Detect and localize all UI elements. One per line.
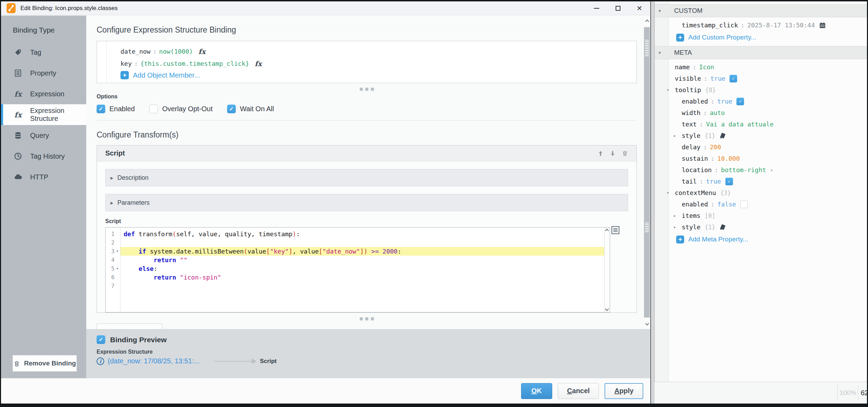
sidebar-item-expression-structure[interactable]: fxExpression Structure	[1, 104, 86, 125]
property-row-tail[interactable]: tail:true✓	[655, 176, 867, 187]
visible-checkbox[interactable]: ✓	[730, 75, 737, 82]
collapse-arrow-icon[interactable]: ▸	[673, 224, 676, 230]
property-row-timestamp-click[interactable]: timestamp_click:2025-8-17 13:50:44	[655, 19, 867, 31]
enabled-option[interactable]: ✓Enabled	[97, 105, 135, 113]
fx-icon[interactable]: fx	[198, 47, 206, 56]
minimize-button[interactable]	[586, 1, 607, 15]
expand-arrow-icon[interactable]: ▾	[666, 190, 669, 195]
property-value[interactable]: bottom-right	[721, 166, 766, 174]
enabled-checkbox[interactable]: ✓	[97, 105, 105, 113]
code-line-5[interactable]: 5▾ else:	[106, 264, 610, 273]
sidebar-item-expression[interactable]: fxExpression	[1, 83, 86, 104]
cancel-button[interactable]: Cancel	[558, 383, 599, 399]
move-down-icon[interactable]	[610, 150, 616, 157]
member-expression-value[interactable]: {this.custom.timestamp_click}	[140, 60, 249, 67]
property-value[interactable]: Icon	[699, 63, 714, 71]
code-line-3[interactable]: 3▾ if system.date.millisBetween(value["k…	[106, 247, 610, 256]
dropdown-arrow-icon[interactable]: ▾	[770, 167, 773, 173]
sidebar-item-tag-history[interactable]: Tag History	[1, 146, 86, 167]
code-line-6[interactable]: 6 return "icon-spin"	[106, 273, 610, 282]
wait-on-all-checkbox[interactable]: ✓	[227, 105, 236, 113]
add-meta-property-link[interactable]: + Add Meta Property...	[655, 233, 867, 246]
description-section[interactable]: ▸ Description	[105, 169, 628, 186]
code-line-4[interactable]: 4 return ""	[106, 256, 610, 264]
remove-binding-button[interactable]: Remove Binding	[12, 355, 77, 372]
property-row-style[interactable]: ▸style{1}	[655, 130, 867, 141]
property-value[interactable]: 200	[710, 143, 721, 151]
enabled-checkbox[interactable]	[740, 201, 748, 208]
collapse-arrow-icon[interactable]: ▸	[673, 213, 676, 218]
delete-transform-icon[interactable]	[622, 150, 628, 157]
overlay-opt-out-option[interactable]: Overlay Opt-Out	[149, 105, 213, 113]
expression-member-row[interactable]: key:{this.custom.timestamp_click}fx	[120, 57, 262, 70]
overlay-opt-out-checkbox[interactable]	[149, 105, 158, 113]
scrollbar-grip[interactable]	[645, 223, 649, 233]
property-row-contextmenu[interactable]: ▾contextMenu{3}	[655, 187, 867, 198]
property-row-enabled[interactable]: enabled:false	[655, 198, 867, 210]
property-row-enabled[interactable]: enabled:true✓	[655, 96, 867, 107]
property-row-delay[interactable]: delay:200	[655, 141, 867, 153]
style-swatch-icon[interactable]	[719, 132, 726, 139]
editor-scrollbar[interactable]	[604, 228, 610, 312]
resize-grip[interactable]	[97, 317, 637, 320]
fold-arrow-icon[interactable]: ▾	[115, 264, 120, 273]
info-icon[interactable]: i	[97, 357, 104, 365]
sidebar-item-property[interactable]: Property	[1, 63, 86, 83]
sidebar-item-query[interactable]: Query	[1, 125, 86, 146]
enabled-checkbox[interactable]: ✓	[736, 98, 744, 105]
expression-member-row[interactable]: date_now:now(1000)fx	[120, 45, 262, 57]
ok-button[interactable]: OK	[521, 383, 552, 399]
content-scrollbar[interactable]	[644, 16, 650, 329]
parameters-section[interactable]: ▸ Parameters	[105, 194, 628, 211]
property-row-visible[interactable]: visible:true✓	[655, 73, 867, 84]
fold-arrow-icon[interactable]: ▾	[115, 247, 120, 256]
apply-button[interactable]: Apply	[605, 383, 643, 399]
property-row-location[interactable]: location:bottom-right▾	[655, 164, 867, 176]
editor-menu-icon[interactable]	[611, 226, 620, 236]
binding-preview-checkbox[interactable]: ✓	[97, 335, 105, 344]
property-row-style[interactable]: ▸style{1}	[655, 221, 867, 233]
property-row-sustain[interactable]: sustain:10.000	[655, 153, 867, 164]
maximize-button[interactable]	[607, 1, 629, 15]
property-row-tooltip[interactable]: ▾tooltip{8}	[655, 84, 867, 96]
sidebar-item-tag[interactable]: Tag	[1, 42, 86, 63]
scroll-down-button[interactable]	[644, 317, 650, 329]
property-row-items[interactable]: ▸items[0]	[655, 210, 867, 221]
custom-section-header[interactable]: ▾ CUSTOM	[655, 4, 867, 17]
fx-icon[interactable]: fx	[255, 60, 262, 68]
transform-card-header[interactable]: Script	[97, 145, 636, 161]
add-transform-button[interactable]: Add Transform +	[97, 324, 162, 329]
resize-grip[interactable]	[97, 88, 637, 91]
property-value[interactable]: 10.000	[717, 155, 740, 162]
move-up-icon[interactable]	[598, 150, 603, 157]
expression-members-box[interactable]: date_now:now(1000)fxkey:{this.custom.tim…	[97, 41, 637, 83]
sidebar-item-http[interactable]: HTTP	[1, 167, 86, 187]
code-line-1[interactable]: 1def transform(self, value, quality, tim…	[106, 230, 610, 238]
script-code-editor[interactable]: 1def transform(self, value, quality, tim…	[105, 227, 610, 312]
scrollbar-grip[interactable]	[645, 40, 649, 56]
style-swatch-icon[interactable]	[719, 224, 726, 230]
meta-section-header[interactable]: ▾ META	[655, 46, 867, 59]
property-row-name[interactable]: name:Icon	[655, 61, 867, 73]
property-row-text[interactable]: text:Vai a data attuale	[655, 118, 867, 130]
calendar-icon[interactable]	[819, 22, 826, 29]
property-row-width[interactable]: width:auto	[655, 107, 867, 118]
dialog-titlebar[interactable]: Edit Binding: Icon.props.style.classes ✕	[1, 1, 650, 15]
wait-on-all-option[interactable]: ✓Wait On All	[227, 105, 274, 113]
property-value[interactable]: true	[710, 75, 725, 82]
collapse-arrow-icon[interactable]: ▸	[673, 133, 676, 138]
code-line-2[interactable]: 2	[106, 238, 610, 247]
add-object-member-link[interactable]: + Add Object Member...	[120, 71, 262, 79]
property-value[interactable]: 2025-8-17 13:50:44	[747, 21, 815, 29]
property-value[interactable]: true	[706, 178, 721, 185]
scroll-up-button[interactable]	[644, 16, 650, 27]
property-value[interactable]: false	[717, 201, 736, 208]
member-expression-value[interactable]: now(1000)	[159, 48, 193, 55]
property-value[interactable]: Vai a data attuale	[706, 121, 773, 128]
tail-checkbox[interactable]: ✓	[725, 178, 733, 185]
expand-arrow-icon[interactable]: ▾	[666, 87, 669, 92]
add-custom-property-link[interactable]: + Add Custom Property...	[655, 31, 867, 44]
close-button[interactable]: ✕	[629, 1, 650, 15]
code-line-7[interactable]: 7	[106, 282, 610, 290]
preview-source-value[interactable]: {date_now: 17/08/25, 13:51:...	[108, 357, 200, 365]
